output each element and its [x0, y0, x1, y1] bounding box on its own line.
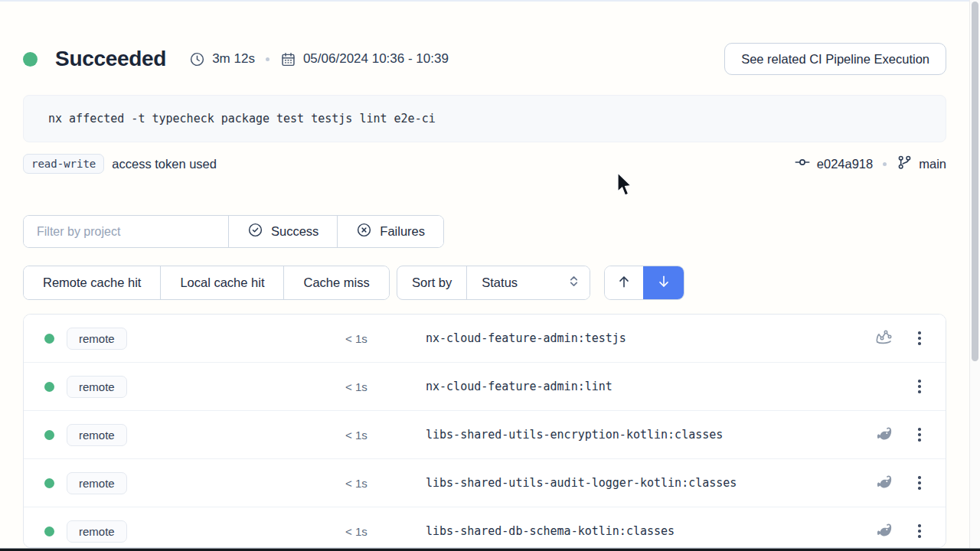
- separator-dot: [883, 162, 887, 166]
- cache-status-tabs: Remote cache hit Local cache hit Cache m…: [23, 266, 390, 300]
- cache-badge: remote: [67, 376, 127, 398]
- cache-badge: remote: [67, 520, 127, 543]
- tab-cache-miss[interactable]: Cache miss: [283, 266, 388, 299]
- sort-field-value: Status: [482, 276, 518, 290]
- task-duration: < 1s: [345, 429, 391, 442]
- bottom-edge-bar: [0, 548, 980, 551]
- task-name: libs-shared-db-schema-kotlin:classes: [426, 524, 866, 538]
- calendar-icon: [280, 51, 296, 67]
- run-date-range: 05/06/2024 10:36 - 10:39: [303, 51, 449, 67]
- commit-icon: [794, 154, 811, 174]
- access-token-text: access token used: [112, 157, 217, 171]
- row-menu-button[interactable]: [912, 375, 927, 398]
- sort-by-label: Sort by: [397, 266, 467, 299]
- row-menu-button[interactable]: [912, 327, 927, 350]
- page-scrollbar[interactable]: [969, 0, 980, 551]
- scrollbar-thumb[interactable]: [972, 2, 978, 361]
- top-divider: [0, 0, 980, 2]
- vcs-info: e024a918 main: [794, 154, 946, 174]
- filter-failures-label: Failures: [380, 224, 425, 239]
- run-meta: 3m 12s 05/06/2024 10:36 - 10:39: [189, 51, 449, 67]
- sort-direction-group: [604, 266, 684, 300]
- separator-dot: [266, 57, 270, 61]
- task-row[interactable]: remote < 1s libs-shared-utils-audit-logg…: [24, 459, 946, 507]
- row-menu-button[interactable]: [912, 520, 927, 543]
- task-duration: < 1s: [345, 332, 391, 345]
- command-box: nx affected -t typecheck package test te…: [23, 95, 946, 142]
- tab-remote-cache-hit[interactable]: Remote cache hit: [24, 266, 160, 299]
- row-icon-slot: [874, 473, 894, 493]
- row-menu-button[interactable]: [912, 423, 927, 446]
- x-circle-icon: [356, 222, 372, 241]
- tab-local-cache-hit[interactable]: Local cache hit: [160, 266, 283, 299]
- task-row[interactable]: remote < 1s libs-shared-db-schema-kotlin…: [24, 507, 946, 548]
- cache-badge: remote: [67, 328, 127, 350]
- filter-success-label: Success: [271, 224, 318, 239]
- task-name: libs-shared-utils-encryption-kotlin:clas…: [426, 428, 866, 442]
- check-circle-icon: [247, 222, 263, 241]
- task-success-dot: [44, 382, 54, 392]
- task-success-dot: [44, 430, 54, 440]
- task-name: nx-cloud-feature-admin:lint: [426, 380, 866, 393]
- run-command: nx affected -t typecheck package test te…: [48, 112, 436, 126]
- task-name: nx-cloud-feature-admin:testjs: [426, 331, 866, 345]
- sort-group: Sort by Status: [397, 266, 590, 300]
- task-success-dot: [44, 527, 54, 536]
- related-pipeline-button[interactable]: See related CI Pipeline Execution: [724, 43, 946, 75]
- filter-failures-button[interactable]: Failures: [337, 216, 443, 247]
- row-icon-slot: [874, 328, 894, 349]
- sort-descending-button[interactable]: [643, 266, 684, 299]
- token-row: read-write access token used e024a918 ma…: [23, 152, 946, 175]
- task-row[interactable]: remote < 1s nx-cloud-feature-admin:lint: [24, 363, 946, 411]
- gradle-icon: [874, 521, 894, 541]
- filter-project-input[interactable]: [24, 216, 229, 247]
- arrow-down-icon: [656, 273, 671, 292]
- row-menu-button[interactable]: [912, 471, 927, 494]
- task-duration: < 1s: [345, 477, 391, 490]
- task-row[interactable]: remote < 1s libs-shared-utils-encryption…: [24, 411, 946, 459]
- filter-success-button[interactable]: Success: [229, 216, 337, 247]
- branch-icon: [897, 155, 913, 174]
- run-details-page: Succeeded 3m 12s 05/06/2024 10:36 - 10:3…: [0, 0, 980, 551]
- chevron-up-down-icon: [568, 275, 580, 291]
- task-success-dot: [44, 478, 54, 488]
- commit-sha[interactable]: e024a918: [817, 157, 873, 171]
- clock-icon: [189, 51, 205, 67]
- gradle-icon: [874, 473, 894, 493]
- task-duration: < 1s: [345, 525, 391, 538]
- run-duration: 3m 12s: [212, 51, 255, 67]
- branch-name[interactable]: main: [919, 157, 946, 171]
- row-icon-slot: [874, 425, 894, 445]
- cache-badge: remote: [67, 472, 127, 494]
- task-list: remote < 1s nx-cloud-feature-admin:testj…: [23, 314, 946, 548]
- cache-badge: remote: [67, 424, 127, 446]
- page-title: Succeeded: [55, 47, 166, 71]
- task-graph-icon: [874, 328, 894, 349]
- status-success-dot: [23, 52, 38, 67]
- run-header: Succeeded 3m 12s 05/06/2024 10:36 - 10:3…: [23, 41, 946, 77]
- filter-group: Success Failures: [23, 215, 444, 248]
- sort-ascending-button[interactable]: [605, 266, 643, 299]
- sort-field-select[interactable]: Status: [467, 266, 590, 299]
- access-token-badge: read-write: [23, 154, 104, 174]
- mouse-cursor: [617, 173, 633, 200]
- task-name: libs-shared-utils-audit-logger-kotlin:cl…: [426, 476, 866, 490]
- arrow-up-icon: [616, 273, 632, 292]
- row-icon-slot: [874, 521, 894, 541]
- gradle-icon: [874, 425, 894, 445]
- task-duration: < 1s: [345, 380, 391, 393]
- task-row[interactable]: remote < 1s nx-cloud-feature-admin:testj…: [24, 315, 946, 363]
- task-success-dot: [44, 334, 54, 344]
